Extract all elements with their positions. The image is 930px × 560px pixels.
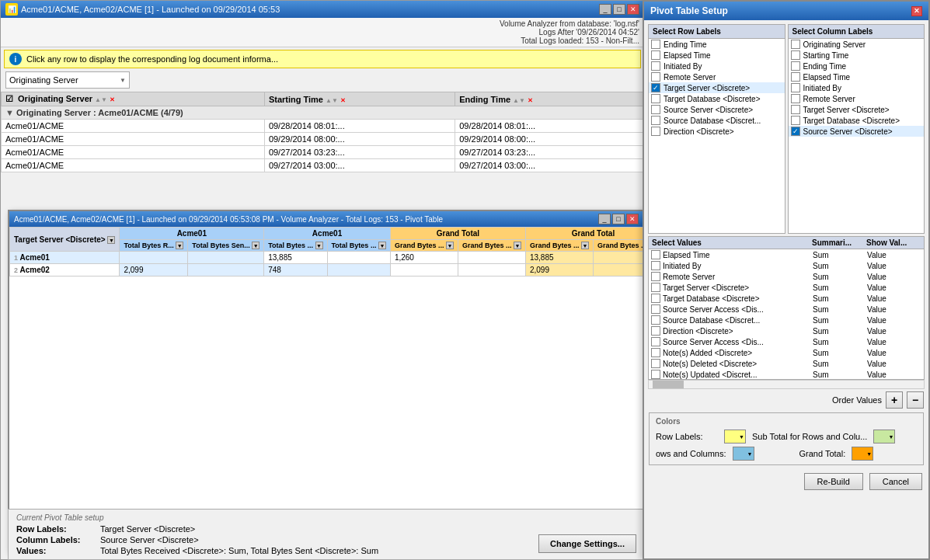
val-item-notes-deleted[interactable]: Note(s) Deleted <Discrete>SumValue xyxy=(649,358,924,369)
col-cb-6[interactable] xyxy=(791,94,800,103)
remove-col-icon-2[interactable]: ✕ xyxy=(340,97,346,104)
filter-icon-3[interactable]: ▼ xyxy=(252,242,259,249)
val-item-notes-updated[interactable]: Note(s) Updated <Discret...SumValue xyxy=(649,369,924,379)
pivot-restore-btn[interactable]: □ xyxy=(612,214,625,224)
restore-button[interactable]: □ xyxy=(613,4,625,15)
change-settings-button[interactable]: Change Settings... xyxy=(538,534,636,553)
pivot-close-btn[interactable]: ✕ xyxy=(626,214,639,224)
row-cb-3[interactable] xyxy=(651,61,660,71)
val-cb-11[interactable] xyxy=(651,359,660,368)
rebuild-button[interactable]: Re-Build xyxy=(804,473,863,490)
row-item-source-server[interactable]: Source Server <Discrete> xyxy=(649,104,785,115)
col-cb-9[interactable]: ✓ xyxy=(791,127,800,136)
col-item-target-server[interactable]: Target Server <Discrete> xyxy=(789,104,925,115)
val-cb-3[interactable] xyxy=(651,272,660,281)
row-cb-7[interactable] xyxy=(651,105,660,114)
row-item-source-db[interactable]: Source Database <Discret... xyxy=(649,115,785,126)
col-item-starting-time[interactable]: Starting Time xyxy=(789,50,925,61)
val-item-initiated[interactable]: Initiated BySumValue xyxy=(649,260,924,271)
col-item-target-db[interactable]: Target Database <Discrete> xyxy=(789,115,925,126)
filter-icon-5[interactable]: ▼ xyxy=(378,242,386,249)
expand-icon[interactable]: ▼ xyxy=(5,108,14,117)
filter-icon[interactable]: ▼ xyxy=(107,236,115,244)
rows-cols-color-swatch[interactable]: ▼ xyxy=(733,447,754,461)
row-labels-color-swatch[interactable]: ▼ xyxy=(724,430,746,443)
filter-icon-2[interactable]: ▼ xyxy=(176,242,183,249)
val-cb-8[interactable] xyxy=(651,326,660,336)
val-cb-5[interactable] xyxy=(651,294,660,303)
col-cb-2[interactable] xyxy=(791,50,800,60)
val-item-target-db[interactable]: Target Database <Discrete>SumValue xyxy=(649,293,924,304)
col-checkbox[interactable]: ☑ xyxy=(5,94,13,103)
table-row[interactable]: Acme01/ACME 09/27/2014 03:23:... 09/27/2… xyxy=(2,146,644,159)
row-item-target-server[interactable]: ✓Target Server <Discrete> xyxy=(649,82,785,93)
remove-col-icon-3[interactable]: ✕ xyxy=(528,97,533,104)
col-item-remote-server[interactable]: Remote Server xyxy=(789,93,925,104)
filter-icon-8[interactable]: ▼ xyxy=(581,242,589,249)
sort-icon-3[interactable]: ▲▼ xyxy=(513,97,525,104)
col-item-ending-time[interactable]: Ending Time xyxy=(789,61,925,71)
col-cb-5[interactable] xyxy=(791,83,800,92)
order-remove-btn[interactable]: − xyxy=(907,391,924,409)
val-cb-9[interactable] xyxy=(651,337,660,346)
dialog-close-btn[interactable]: ✕ xyxy=(911,6,922,16)
val-item-target-server[interactable]: Target Server <Discrete>SumValue xyxy=(649,282,924,293)
row-item-initiated-by[interactable]: Initiated By xyxy=(649,61,785,71)
pivot-scroll-area[interactable]: Target Server <Discrete> ▼ Acme01 Acme01… xyxy=(9,227,643,531)
row-cb-5[interactable]: ✓ xyxy=(651,83,660,92)
col-item-initiated-by[interactable]: Initiated By xyxy=(789,82,925,93)
order-add-btn[interactable]: + xyxy=(886,391,903,409)
table-row[interactable]: Acme01/ACME 09/29/2014 08:00:... 09/29/2… xyxy=(2,133,644,146)
scrollbar-thumb[interactable] xyxy=(653,381,684,388)
val-item-notes-added[interactable]: Note(s) Added <Discrete>SumValue xyxy=(649,347,924,358)
val-item-direction[interactable]: Direction <Discrete>SumValue xyxy=(649,325,924,336)
pivot-data-row-acme02[interactable]: 2 Acme02 2,099 748 2,099 748 xyxy=(10,264,644,277)
row-cb-6[interactable] xyxy=(651,94,660,103)
val-item-source-access2[interactable]: Source Server Access <Dis...SumValue xyxy=(649,336,924,347)
table-row[interactable]: Acme01/ACME 09/27/2014 03:00:... 09/27/2… xyxy=(2,159,644,172)
col-cb-1[interactable] xyxy=(791,40,800,49)
row-cb-4[interactable] xyxy=(651,72,660,82)
val-cb-1[interactable] xyxy=(651,250,660,259)
val-cb-6[interactable] xyxy=(651,304,660,314)
close-button[interactable]: ✕ xyxy=(627,4,639,15)
col-item-source-server[interactable]: ✓Source Server <Discrete> xyxy=(789,126,925,137)
val-item-elapsed[interactable]: Elapsed TimeSumValue xyxy=(649,249,924,260)
val-cb-12[interactable] xyxy=(651,370,660,379)
col-cb-8[interactable] xyxy=(791,116,800,125)
val-item-source-db[interactable]: Source Database <Discret...SumValue xyxy=(649,315,924,325)
val-cb-10[interactable] xyxy=(651,348,660,357)
col-cb-3[interactable] xyxy=(791,61,800,71)
row-cb-8[interactable] xyxy=(651,116,660,125)
filter-icon-7[interactable]: ▼ xyxy=(514,242,521,249)
row-cb-1[interactable] xyxy=(651,40,660,49)
row-item-target-db[interactable]: Target Database <Discrete> xyxy=(649,93,785,104)
col-item-elapsed-time[interactable]: Elapsed Time xyxy=(789,71,925,82)
pivot-minimize-btn[interactable]: _ xyxy=(598,214,611,224)
val-cb-7[interactable] xyxy=(651,315,660,325)
col-cb-7[interactable] xyxy=(791,105,800,114)
table-row[interactable]: Acme01/ACME 09/28/2014 08:01:... 09/28/2… xyxy=(2,120,644,133)
horizontal-scrollbar[interactable] xyxy=(648,380,925,389)
filter-icon-4[interactable]: ▼ xyxy=(315,242,323,249)
row-item-remote-server[interactable]: Remote Server xyxy=(649,71,785,82)
val-item-source-access1[interactable]: Source Server Access <Dis...SumValue xyxy=(649,304,924,315)
pivot-data-row-acme01[interactable]: 1 Acme01 13,885 1,260 13,885 1,260 xyxy=(10,252,644,264)
subtotal-color-swatch[interactable]: ▼ xyxy=(873,430,895,443)
sort-icon-2[interactable]: ▲▼ xyxy=(326,97,338,104)
filter-icon-6[interactable]: ▼ xyxy=(446,242,454,249)
val-item-remote[interactable]: Remote ServerSumValue xyxy=(649,271,924,282)
val-cb-4[interactable] xyxy=(651,283,660,292)
cancel-button[interactable]: Cancel xyxy=(869,473,922,490)
row-cb-9[interactable] xyxy=(651,127,660,136)
minimize-button[interactable]: _ xyxy=(599,4,611,15)
grand-total-color-swatch[interactable]: ▼ xyxy=(852,447,873,461)
sort-icon[interactable]: ▲▼ xyxy=(95,96,107,103)
col-cb-4[interactable] xyxy=(791,72,800,82)
remove-col-icon[interactable]: ✕ xyxy=(110,96,115,103)
row-cb-2[interactable] xyxy=(651,50,660,60)
row-item-direction[interactable]: Direction <Discrete> xyxy=(649,126,785,137)
row-item-ending-time[interactable]: Ending Time xyxy=(649,39,785,50)
row-item-elapsed-time[interactable]: Elapsed Time xyxy=(649,50,785,61)
group-dropdown[interactable]: Originating Server ▼ xyxy=(5,71,130,89)
